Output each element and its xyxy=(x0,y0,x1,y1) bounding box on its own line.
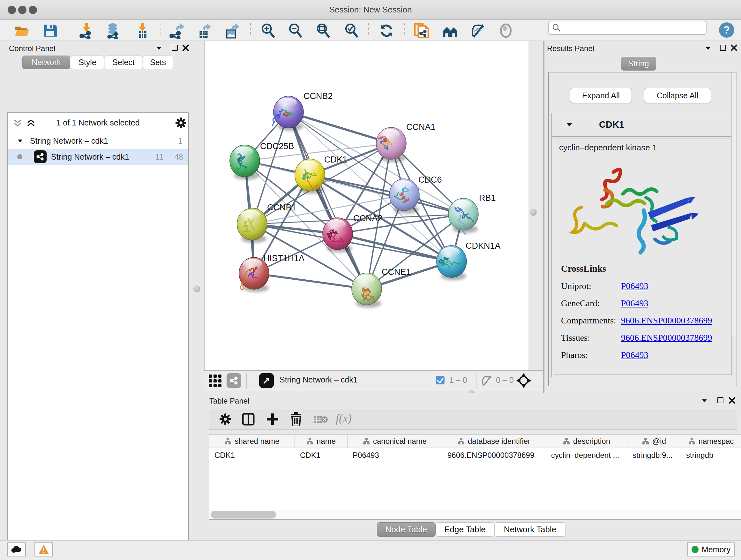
add-column-icon[interactable] xyxy=(266,413,279,426)
network-edge[interactable] xyxy=(288,112,391,143)
tab-style[interactable]: Style xyxy=(71,56,104,69)
search-input[interactable] xyxy=(548,21,706,35)
panel-float-icon[interactable] xyxy=(720,45,726,51)
panel-close-icon[interactable] xyxy=(728,396,736,404)
search-icon xyxy=(552,23,561,32)
birds-eye-view-icon[interactable] xyxy=(516,373,531,388)
collection-count: 1 xyxy=(178,136,183,145)
cloud-status-button[interactable] xyxy=(7,543,26,557)
delete-column-trash-icon[interactable] xyxy=(290,412,302,426)
cdk1-section-header[interactable]: CDK1 xyxy=(552,113,734,137)
memory-button[interactable]: Memory xyxy=(687,543,735,557)
export-image-icon[interactable] xyxy=(223,23,239,39)
table-cell[interactable]: stringdb:9... xyxy=(627,448,681,462)
column-header[interactable]: @id xyxy=(627,435,681,448)
uniprot-link[interactable]: P06493 xyxy=(621,281,649,291)
network-edge[interactable] xyxy=(254,273,367,289)
network-node[interactable]: CDK1 xyxy=(295,155,347,194)
panel-collapse-icon[interactable] xyxy=(156,47,161,50)
zoom-out-icon[interactable] xyxy=(287,23,304,39)
panel-float-icon[interactable] xyxy=(718,397,724,403)
tab-network-table[interactable]: Network Table xyxy=(494,522,566,537)
column-header[interactable]: name xyxy=(295,435,347,448)
panel-float-icon[interactable] xyxy=(172,45,178,51)
network-collection-row[interactable]: String Network – cdk1 1 xyxy=(8,133,188,149)
string-network-graph[interactable]: CCNB2CCNA1CDC25BCDK1CDC6RB1CCNB1CCNA2CDK… xyxy=(205,41,529,370)
warnings-button[interactable] xyxy=(35,543,53,557)
pharos-link[interactable]: P06493 xyxy=(621,350,649,360)
network-view-canvas[interactable]: CCNB2CCNA1CDC25BCDK1CDC6RB1CCNB1CCNA2CDK… xyxy=(204,41,529,370)
tab-network[interactable]: Network xyxy=(22,56,70,69)
panel-close-icon[interactable] xyxy=(182,44,190,52)
preview-eye-icon[interactable] xyxy=(498,23,514,39)
show-columns-icon[interactable] xyxy=(242,413,255,426)
show-all-panels-icon[interactable] xyxy=(442,23,458,39)
export-table-icon[interactable] xyxy=(196,23,212,39)
scrollbar-thumb[interactable] xyxy=(211,511,276,518)
table-cell[interactable]: CDK1 xyxy=(209,448,295,462)
tree-expand-icon[interactable] xyxy=(18,139,22,142)
network-node[interactable]: CCNA1 xyxy=(376,122,435,162)
table-cell[interactable]: stringdb xyxy=(681,448,741,462)
tab-sets[interactable]: Sets xyxy=(143,56,173,69)
results-scrollbar[interactable] xyxy=(731,73,736,335)
collapse-all-button[interactable]: Collapse All xyxy=(644,88,711,103)
hide-panels-icon[interactable] xyxy=(470,23,486,39)
table-cell[interactable]: cyclin–dependent ... xyxy=(546,448,627,462)
zoom-in-icon[interactable] xyxy=(260,23,276,39)
panel-collapse-icon[interactable] xyxy=(705,47,711,50)
column-header[interactable]: description xyxy=(546,435,627,448)
table-settings-gear-icon[interactable] xyxy=(219,413,232,426)
column-header[interactable]: database identifier xyxy=(442,435,546,448)
table-cell[interactable]: CDK1 xyxy=(295,448,347,462)
detach-view-icon[interactable] xyxy=(259,373,274,388)
open-session-icon[interactable] xyxy=(14,23,30,39)
compartments-link[interactable]: 9606.ENSP00000378699 xyxy=(621,315,712,326)
panel-collapse-icon[interactable] xyxy=(702,399,706,402)
tab-node-table[interactable]: Node Table xyxy=(377,522,435,537)
table-cell[interactable]: P06493 xyxy=(347,448,442,462)
node-label: CCNA2 xyxy=(353,213,383,223)
expand-all-button[interactable]: Expand All xyxy=(570,88,632,103)
section-collapse-icon[interactable] xyxy=(566,123,572,126)
column-header[interactable]: shared name xyxy=(209,435,295,448)
genecard-link[interactable]: P06493 xyxy=(621,298,649,308)
table-panel: Table Panel xyxy=(202,393,741,540)
table-horizontal-scrollbar[interactable] xyxy=(209,509,741,520)
clone-network-icon[interactable] xyxy=(414,23,429,39)
right-splitter-handle[interactable] xyxy=(530,209,537,216)
zoom-selected-icon[interactable] xyxy=(344,23,360,39)
save-session-icon[interactable] xyxy=(42,23,58,39)
selected-count-checkbox-icon[interactable] xyxy=(436,376,445,384)
network-options-gear-icon[interactable] xyxy=(175,117,187,129)
network-node[interactable]: CCNE1 xyxy=(352,267,411,308)
import-network-database-icon[interactable] xyxy=(105,23,121,39)
panel-close-icon[interactable] xyxy=(730,44,738,52)
table-cell[interactable]: 9606.ENSP00000378699 xyxy=(442,448,546,462)
refresh-icon[interactable] xyxy=(379,23,394,39)
table-row[interactable]: CDK1CDK1P064939606.ENSP00000378699cyclin… xyxy=(209,448,741,462)
column-header[interactable]: namespac xyxy=(681,435,741,448)
node-table[interactable]: shared namenamecanonical namedatabase id… xyxy=(209,434,741,521)
export-network-icon[interactable] xyxy=(169,23,185,39)
network-node[interactable]: HIST1H1A xyxy=(239,253,305,292)
tissues-link[interactable]: 9606.ENSP00000378699 xyxy=(621,333,712,343)
network-node[interactable]: CDC6 xyxy=(389,175,442,213)
network-node[interactable]: RB1 xyxy=(448,193,496,234)
network-node[interactable]: CDKN1A xyxy=(436,241,501,280)
zoom-fit-icon[interactable] xyxy=(315,23,331,39)
network-node-count: 11 xyxy=(155,152,163,162)
function-builder-button[interactable]: f(x) xyxy=(336,412,352,425)
network-type-share-icon[interactable] xyxy=(226,373,241,388)
column-header[interactable]: canonical name xyxy=(347,435,442,448)
left-splitter-handle[interactable] xyxy=(193,286,200,293)
help-icon[interactable]: ? xyxy=(719,22,735,38)
grid-view-icon[interactable] xyxy=(208,374,222,388)
import-table-file-icon[interactable] xyxy=(134,23,150,39)
network-row-selected[interactable]: String Network – cdk1 11 48 xyxy=(8,149,188,165)
tab-string[interactable]: String xyxy=(621,57,656,71)
crosslinks-title: CrossLinks xyxy=(561,263,712,274)
tab-edge-table[interactable]: Edge Table xyxy=(435,522,494,537)
import-network-file-icon[interactable] xyxy=(78,23,94,39)
tab-select[interactable]: Select xyxy=(105,56,142,69)
